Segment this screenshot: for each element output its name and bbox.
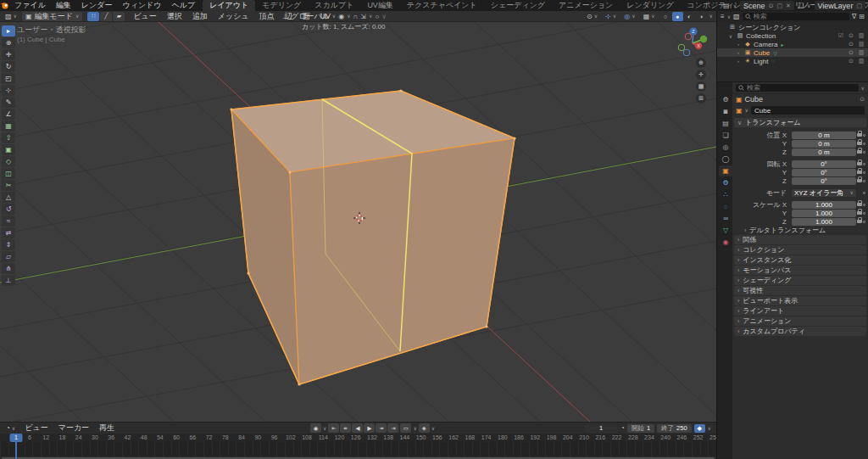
cube-mesh[interactable]: [230, 89, 515, 385]
value-field[interactable]: 1.000: [792, 210, 856, 217]
display-mode-icon[interactable]: ▧: [733, 13, 740, 20]
menu--[interactable]: ウィンドウ: [117, 0, 166, 11]
panel--[interactable]: ›モーションパス: [734, 266, 866, 275]
tool-add-cube-button[interactable]: ▦: [2, 120, 15, 132]
tool-cursor-button[interactable]: ⊕: [2, 37, 15, 48]
use-preview-range-icon[interactable]: ◔: [620, 424, 625, 432]
animate-property-icon[interactable]: [863, 143, 865, 145]
play-button[interactable]: ▶: [364, 423, 375, 433]
value-field[interactable]: 0 m: [792, 148, 856, 156]
camera-restrict-icon[interactable]: ▥: [857, 41, 865, 48]
delta-transform-panel[interactable]: › デルタトランスフォーム: [732, 226, 868, 234]
menu--[interactable]: ヘルプ: [167, 0, 201, 11]
workspace-tab--[interactable]: アニメーション: [552, 0, 620, 11]
viewport-menu--[interactable]: メッシュ: [213, 11, 254, 22]
value-field[interactable]: 1.000: [792, 201, 856, 209]
tool-loop-cut-button[interactable]: ◫: [2, 168, 15, 179]
tool-transform-button[interactable]: ⊹: [2, 85, 15, 96]
eye-icon[interactable]: ⊙: [847, 32, 855, 39]
tool-knife-button[interactable]: ✂: [2, 180, 15, 191]
frame-start-field[interactable]: 開始 1: [627, 424, 654, 433]
tool-measure-button[interactable]: ∠: [2, 109, 15, 120]
shading-wireframe-button[interactable]: ○: [660, 12, 671, 21]
viewport-menu--[interactable]: 選択: [162, 11, 187, 22]
lock-icon[interactable]: [857, 162, 862, 165]
jump-to-start-button[interactable]: ⇤: [328, 423, 339, 433]
lock-icon[interactable]: [857, 133, 862, 137]
eye-icon[interactable]: ⊙: [847, 49, 855, 56]
outliner-row-camera[interactable]: ›◆Camera▸⊙▥: [717, 40, 868, 48]
lock-icon[interactable]: [857, 179, 862, 182]
toggle-projection-button[interactable]: ⊞: [696, 93, 706, 104]
checkbox-icon[interactable]: ☑: [837, 32, 845, 39]
timeline-menu--[interactable]: 再生: [94, 423, 120, 434]
current-frame-field[interactable]: 1: [584, 424, 618, 433]
properties-tab-object-constraints[interactable]: ∞: [719, 213, 732, 224]
pin-id-icon[interactable]: ⊙: [860, 96, 865, 103]
camera-view-button[interactable]: ▦: [696, 81, 706, 92]
lock-icon[interactable]: [857, 211, 862, 215]
proportional-editing-icon[interactable]: ○: [375, 13, 379, 20]
pan-button[interactable]: ✛: [696, 70, 706, 80]
filter-icon[interactable]: ≡: [721, 13, 725, 20]
playhead-line[interactable]: [15, 442, 17, 459]
properties-tab-object[interactable]: ▣: [719, 165, 732, 176]
workspace-tab--[interactable]: スカルプト: [308, 0, 360, 11]
pivot-point-icon[interactable]: ◉: [338, 13, 344, 20]
shading-material-preview-button[interactable]: ◐: [684, 12, 695, 21]
menu--[interactable]: レンダー: [76, 0, 118, 11]
animate-property-icon[interactable]: [863, 134, 865, 137]
panel--[interactable]: ›インスタンス化: [734, 255, 866, 265]
jump-to-end-button[interactable]: ⇥: [387, 423, 398, 433]
tool-move-button[interactable]: ✛: [2, 49, 15, 60]
timeline-tracks[interactable]: [0, 442, 716, 459]
tool-annotate-button[interactable]: ✎: [2, 97, 15, 108]
tool-inset-faces-button[interactable]: ▣: [2, 144, 15, 155]
rotation-mode-dropdown[interactable]: XYZ オイラー角∨: [792, 189, 856, 197]
properties-tab-modifiers[interactable]: ⚙: [719, 177, 732, 188]
tool-smooth-button[interactable]: ≈: [2, 216, 15, 227]
panel--[interactable]: ›アニメーション: [734, 316, 866, 326]
expand-caret-icon[interactable]: ›: [735, 50, 742, 55]
panel--[interactable]: ›ラインアート: [734, 306, 866, 316]
shading-dropdown-icon[interactable]: ∨: [709, 14, 713, 19]
viewport-menu--[interactable]: 頂点: [254, 11, 280, 22]
timeline-ruler[interactable]: -661218243036424854606672788490961021081…: [0, 434, 716, 442]
workspace-tab--[interactable]: シェーディング: [484, 0, 552, 11]
panel--[interactable]: ›カスタムプロパティ: [734, 327, 866, 336]
object-name-field[interactable]: Cube: [751, 106, 865, 115]
show-gizmo-button[interactable]: ⊹∨: [603, 11, 619, 22]
tool-shrink-fatten-button[interactable]: ⇕: [2, 239, 15, 250]
show-overlays-button[interactable]: ◎∨: [621, 11, 637, 22]
animate-property-icon[interactable]: [863, 171, 865, 174]
lock-icon[interactable]: [857, 220, 862, 223]
eye-icon[interactable]: ⊙: [847, 58, 855, 64]
expand-caret-icon[interactable]: ›: [735, 59, 742, 64]
timeline-menu--[interactable]: ビュー: [19, 423, 53, 434]
properties-tab-physics[interactable]: ◌: [719, 201, 732, 212]
workspace-tab--[interactable]: モデリング: [255, 0, 308, 11]
animate-property-icon[interactable]: [863, 163, 865, 165]
timeline-menu--[interactable]: マーカー: [53, 423, 94, 434]
tool-poly-build-button[interactable]: △: [2, 192, 15, 203]
workspace-tab--[interactable]: テクスチャペイント: [400, 0, 484, 11]
animate-property-icon[interactable]: [863, 221, 865, 223]
outliner-row-collection[interactable]: ∨▧Collection☑⊙▥: [717, 31, 868, 40]
editor-type-button[interactable]: ▧ ∨: [3, 11, 19, 22]
value-field[interactable]: 0°: [792, 177, 856, 185]
scene-selector[interactable]: Scene ⊙ ▢ ✕: [740, 1, 794, 10]
toggle-xray-button[interactable]: ▦∨: [641, 11, 658, 22]
pin-icon[interactable]: ⊙: [769, 3, 774, 9]
gizmo-minus-y-axis[interactable]: [678, 44, 685, 51]
select-mode-vertex-button[interactable]: ∷: [87, 12, 99, 21]
workspace-tab--[interactable]: レンダリング: [620, 0, 680, 11]
outliner-row-cube[interactable]: ›▣Cube▽⊙▥: [717, 48, 868, 57]
chevron-down-icon[interactable]: ∨: [807, 3, 810, 8]
zoom-button[interactable]: ⊕: [696, 58, 706, 68]
outliner-row--[interactable]: ⊞シーンコレクション: [717, 23, 868, 31]
gizmo-minus-z-axis[interactable]: [683, 49, 690, 56]
keying-button[interactable]: ◆: [694, 424, 705, 433]
outliner-row-light[interactable]: ›☀Light◌⊙▥: [717, 57, 868, 65]
lock-icon[interactable]: [857, 150, 862, 154]
properties-tab-scene[interactable]: ◎: [719, 142, 732, 153]
